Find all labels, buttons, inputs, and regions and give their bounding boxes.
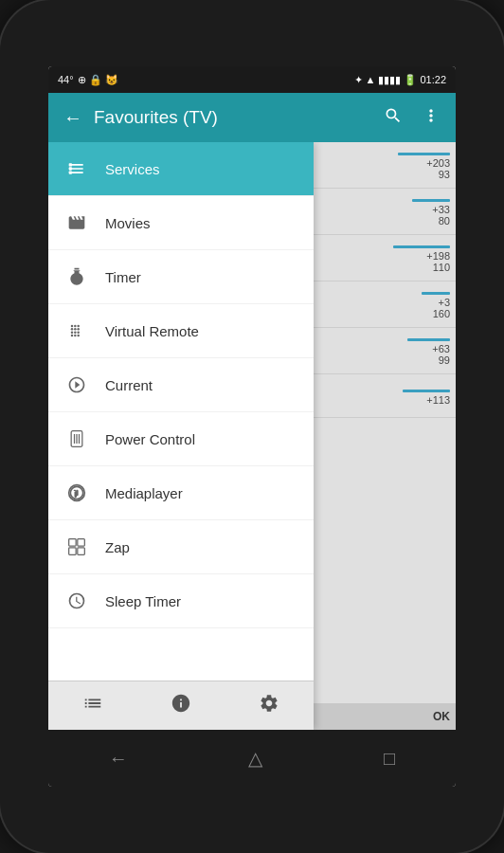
signal-icon: ▮▮▮▮: [378, 74, 401, 86]
menu-drawer: Services Movies: [48, 142, 314, 730]
svg-point-3: [71, 325, 74, 328]
right-item-3-values: +3 160: [422, 289, 450, 319]
app-bar: ← Favourites (TV): [48, 93, 456, 142]
battery-icon: 🔋: [404, 74, 417, 86]
menu-item-zap[interactable]: Zap: [48, 520, 314, 574]
right-item-2-bar: [393, 245, 450, 248]
phone-device: 44° ⊕ 🔒 😺 ✦ ▲ ▮▮▮▮ 🔋 01:22 ← Favourites …: [0, 0, 504, 853]
right-item-0: +203 93: [314, 142, 456, 189]
right-item-1: +33 80: [314, 189, 456, 235]
main-content: Services Movies: [48, 142, 456, 730]
virtual-remote-label: Virtual Remote: [105, 323, 199, 339]
svg-rect-20: [78, 539, 85, 547]
svg-point-11: [77, 331, 80, 334]
status-bar-right: ✦ ▲ ▮▮▮▮ 🔋 01:22: [354, 74, 446, 86]
clock: 01:22: [420, 74, 446, 85]
menu-item-power-control[interactable]: Power Control: [48, 412, 314, 466]
menu-list: Services Movies: [48, 142, 314, 681]
svg-rect-22: [78, 548, 85, 555]
power-control-icon: [63, 426, 90, 452]
menu-item-timer[interactable]: Timer: [48, 250, 314, 304]
right-item-3-num: 160: [422, 308, 450, 319]
phone-screen: 44° ⊕ 🔒 😺 ✦ ▲ ▮▮▮▮ 🔋 01:22 ← Favourites …: [48, 66, 456, 787]
svg-rect-0: [69, 163, 72, 166]
recents-nav-button[interactable]: □: [384, 748, 395, 770]
svg-rect-21: [69, 548, 77, 555]
menu-item-virtual-remote[interactable]: Virtual Remote: [48, 304, 314, 358]
svg-point-9: [71, 331, 74, 334]
right-item-3-plus: +3: [422, 297, 450, 308]
zap-icon: [63, 534, 90, 560]
mediaplayer-icon: [63, 480, 90, 506]
svg-point-10: [74, 331, 77, 334]
status-bar-left: 44° ⊕ 🔒 😺: [58, 74, 118, 86]
list-button[interactable]: [63, 683, 122, 728]
right-item-0-plus: +203: [398, 157, 450, 169]
sleep-timer-icon: [63, 588, 90, 614]
drawer-bottom-nav: [48, 681, 314, 730]
ok-button[interactable]: OK: [433, 710, 450, 723]
back-nav-button[interactable]: ←: [109, 748, 128, 770]
right-item-5-plus: +113: [403, 394, 450, 406]
right-panel: +203 93 +33 80 +: [314, 142, 456, 730]
right-item-2-values: +198 110: [393, 243, 450, 273]
current-label: Current: [105, 377, 153, 393]
back-button[interactable]: ←: [56, 100, 90, 136]
status-icons: ⊕ 🔒 😺: [78, 74, 118, 86]
right-item-0-bar: [398, 153, 450, 155]
right-bottom: OK: [314, 703, 456, 730]
right-item-1-plus: +33: [412, 204, 450, 215]
svg-rect-1: [69, 167, 72, 170]
right-item-5-bar: [403, 390, 450, 392]
app-bar-title: Favourites (TV): [94, 107, 376, 128]
menu-item-services[interactable]: Services: [48, 142, 314, 196]
svg-point-4: [74, 325, 77, 328]
movies-label: Movies: [105, 215, 151, 231]
svg-point-13: [74, 335, 77, 337]
battery-level: 44°: [58, 74, 74, 85]
menu-item-sleep-timer[interactable]: Sleep Timer: [48, 574, 314, 628]
svg-rect-19: [69, 539, 77, 547]
right-item-1-num: 80: [412, 215, 450, 227]
right-item-5-values: +113: [403, 387, 450, 406]
right-panel-items: +203 93 +33 80 +: [314, 142, 456, 703]
svg-point-12: [71, 335, 74, 337]
home-nav-button[interactable]: △: [248, 747, 262, 770]
power-control-label: Power Control: [105, 431, 195, 447]
menu-item-current[interactable]: Current: [48, 358, 314, 412]
services-icon: [63, 155, 90, 182]
svg-point-14: [77, 335, 80, 337]
info-button[interactable]: [152, 683, 210, 728]
menu-item-mediaplayer[interactable]: Mediaplayer: [48, 466, 314, 520]
settings-button[interactable]: [240, 683, 298, 728]
svg-point-7: [74, 328, 77, 331]
sleep-timer-label: Sleep Timer: [105, 593, 181, 609]
nav-bar: ← △ □: [48, 730, 456, 787]
right-item-4-num: 99: [407, 354, 450, 366]
svg-rect-2: [69, 172, 72, 174]
status-bar: 44° ⊕ 🔒 😺 ✦ ▲ ▮▮▮▮ 🔋 01:22: [48, 66, 456, 93]
mediaplayer-label: Mediaplayer: [105, 485, 183, 501]
right-item-2-num: 110: [393, 262, 450, 273]
right-item-1-bar: [412, 199, 450, 202]
timer-label: Timer: [105, 269, 141, 285]
movies-icon: [63, 209, 90, 236]
right-item-3-bar: [422, 292, 450, 295]
right-item-0-values: +203 93: [398, 150, 450, 180]
right-item-4: +63 99: [314, 328, 456, 374]
more-options-button[interactable]: [414, 99, 448, 137]
zap-label: Zap: [105, 539, 130, 555]
search-button[interactable]: [376, 99, 410, 137]
svg-point-8: [77, 328, 80, 331]
virtual-remote-icon: [63, 318, 90, 344]
services-label: Services: [105, 161, 160, 177]
right-item-2: +198 110: [314, 235, 456, 281]
right-item-5: +113: [314, 374, 456, 418]
svg-point-6: [71, 328, 74, 331]
right-item-4-plus: +63: [407, 343, 450, 354]
right-item-4-values: +63 99: [407, 336, 450, 366]
bluetooth-icon: ✦: [354, 74, 363, 86]
right-item-3: +3 160: [314, 281, 456, 328]
menu-item-movies[interactable]: Movies: [48, 196, 314, 250]
timer-icon: [63, 263, 90, 290]
